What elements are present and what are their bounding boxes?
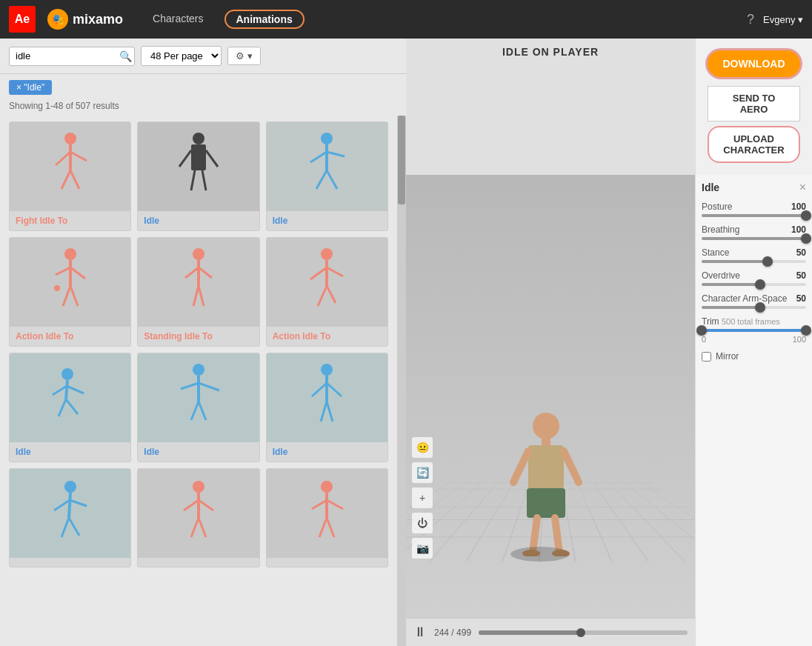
props-close-button[interactable]: × bbox=[799, 181, 806, 194]
overdrive-thumb[interactable] bbox=[755, 279, 765, 290]
results-count: Showing 1-48 of 507 results bbox=[0, 101, 406, 116]
svg-point-25 bbox=[193, 248, 204, 260]
upload-character-button[interactable]: UPLOAD CHARACTER bbox=[708, 126, 800, 163]
nav-characters[interactable]: Characters bbox=[147, 10, 209, 29]
power-icon[interactable]: ⏻ bbox=[412, 513, 433, 533]
svg-line-34 bbox=[327, 267, 343, 276]
svg-point-73 bbox=[533, 413, 559, 439]
svg-line-41 bbox=[59, 399, 66, 416]
list-item[interactable] bbox=[9, 468, 131, 567]
svg-point-6 bbox=[193, 133, 204, 144]
overdrive-slider-group: Overdrive 50 bbox=[702, 270, 806, 286]
nav-animations[interactable]: Animations bbox=[224, 10, 304, 29]
arm-space-thumb[interactable] bbox=[755, 302, 765, 313]
list-item[interactable]: Standing Idle To bbox=[137, 237, 259, 347]
search-icon[interactable]: 🔍 bbox=[119, 50, 132, 62]
trim-slider-group: Trim 500 total frames 0 100 bbox=[702, 316, 806, 344]
nav-links: Characters Animations bbox=[147, 10, 304, 29]
svg-line-69 bbox=[312, 500, 327, 509]
svg-line-2 bbox=[56, 152, 70, 165]
svg-line-46 bbox=[199, 383, 219, 390]
mirror-checkbox[interactable] bbox=[702, 352, 711, 362]
svg-line-47 bbox=[191, 402, 199, 420]
svg-point-31 bbox=[321, 248, 333, 260]
posture-thumb[interactable] bbox=[801, 210, 811, 221]
scrollbar-track[interactable] bbox=[397, 116, 406, 646]
list-item[interactable]: Action Idle To bbox=[266, 237, 388, 347]
list-item[interactable]: Idle bbox=[137, 121, 259, 231]
rotate-icon[interactable]: 🔄 bbox=[412, 462, 433, 483]
svg-line-60 bbox=[69, 518, 79, 536]
svg-line-51 bbox=[312, 383, 327, 396]
filter-tag[interactable]: × "Idle" bbox=[9, 80, 52, 95]
trim-thumb-right[interactable] bbox=[801, 325, 811, 336]
svg-line-11 bbox=[202, 170, 206, 190]
send-to-aero-button[interactable]: SEND TO AERO bbox=[708, 86, 800, 121]
anim-thumb bbox=[138, 122, 259, 211]
settings-button[interactable]: ⚙ ▾ bbox=[227, 47, 261, 65]
list-item[interactable]: Action Idle To bbox=[9, 237, 131, 347]
figure-svg bbox=[41, 130, 100, 204]
list-item[interactable]: Idle bbox=[266, 121, 388, 231]
topnav: Ae 🎭 mixamo Characters Animations ? Evge… bbox=[0, 0, 812, 39]
svg-line-66 bbox=[199, 518, 206, 537]
list-item[interactable]: Fight Idle To bbox=[9, 121, 131, 231]
arm-space-slider-group: Character Arm-Space 50 bbox=[702, 293, 806, 309]
svg-line-10 bbox=[191, 170, 195, 190]
figure-svg bbox=[169, 130, 228, 204]
overdrive-value: 50 bbox=[796, 270, 806, 281]
face-icon[interactable]: 😐 bbox=[412, 437, 433, 458]
play-pause-button[interactable]: ⏸ bbox=[413, 625, 427, 640]
anim-thumb bbox=[10, 238, 130, 327]
svg-line-22 bbox=[63, 286, 70, 306]
svg-line-59 bbox=[61, 518, 69, 537]
list-item[interactable]: Idle bbox=[266, 353, 388, 462]
breathing-thumb[interactable] bbox=[801, 233, 811, 244]
svg-point-67 bbox=[321, 481, 333, 493]
viewport-controls: 😐 🔄 + ⏻ 📷 bbox=[412, 437, 433, 559]
svg-line-63 bbox=[184, 500, 199, 510]
list-item[interactable] bbox=[266, 468, 388, 567]
svg-line-4 bbox=[61, 170, 70, 189]
list-item[interactable]: Idle bbox=[137, 353, 259, 462]
svg-line-38 bbox=[66, 380, 67, 399]
help-icon[interactable]: ? bbox=[747, 12, 754, 27]
camera-icon[interactable]: 📷 bbox=[412, 538, 433, 559]
timeline-bar[interactable] bbox=[479, 630, 688, 635]
add-icon[interactable]: + bbox=[412, 487, 433, 508]
posture-track[interactable] bbox=[702, 214, 806, 217]
breathing-fill bbox=[702, 237, 806, 240]
trim-track[interactable] bbox=[702, 329, 806, 332]
per-page-select[interactable]: 48 Per page bbox=[141, 46, 222, 66]
trim-thumb-left[interactable] bbox=[696, 325, 707, 336]
user-menu[interactable]: Evgeny ▾ bbox=[763, 14, 803, 25]
anim-label: Idle bbox=[267, 211, 387, 230]
overdrive-track[interactable] bbox=[702, 283, 806, 286]
search-input[interactable] bbox=[16, 50, 119, 61]
search-input-wrap: 🔍 bbox=[9, 47, 135, 66]
svg-line-48 bbox=[199, 402, 206, 420]
anim-thumb bbox=[138, 469, 259, 558]
svg-line-20 bbox=[56, 267, 70, 275]
left-panel: 🔍 48 Per page ⚙ ▾ × "Idle" Showing 1-48 … bbox=[0, 39, 406, 646]
timeline-handle[interactable] bbox=[576, 628, 585, 637]
svg-line-15 bbox=[327, 152, 345, 156]
figure-svg bbox=[297, 476, 356, 550]
character-shadow bbox=[510, 547, 570, 562]
svg-line-40 bbox=[67, 386, 84, 393]
overdrive-label: Overdrive bbox=[702, 270, 740, 281]
list-item[interactable] bbox=[137, 468, 259, 567]
anim-thumb bbox=[267, 238, 387, 327]
anim-label bbox=[267, 558, 387, 567]
stance-track[interactable] bbox=[702, 260, 806, 263]
breathing-track[interactable] bbox=[702, 237, 806, 240]
arm-space-track[interactable] bbox=[702, 306, 806, 309]
figure-svg bbox=[41, 361, 100, 435]
timeline: ⏸ 244 / 499 bbox=[406, 618, 695, 646]
stance-thumb[interactable] bbox=[762, 256, 773, 267]
anim-label: Action Idle To bbox=[10, 327, 130, 346]
list-item[interactable]: Idle bbox=[9, 353, 131, 462]
scrollbar-thumb[interactable] bbox=[398, 116, 405, 204]
svg-line-56 bbox=[69, 493, 70, 518]
download-button[interactable]: DOWNLOAD bbox=[708, 50, 800, 77]
